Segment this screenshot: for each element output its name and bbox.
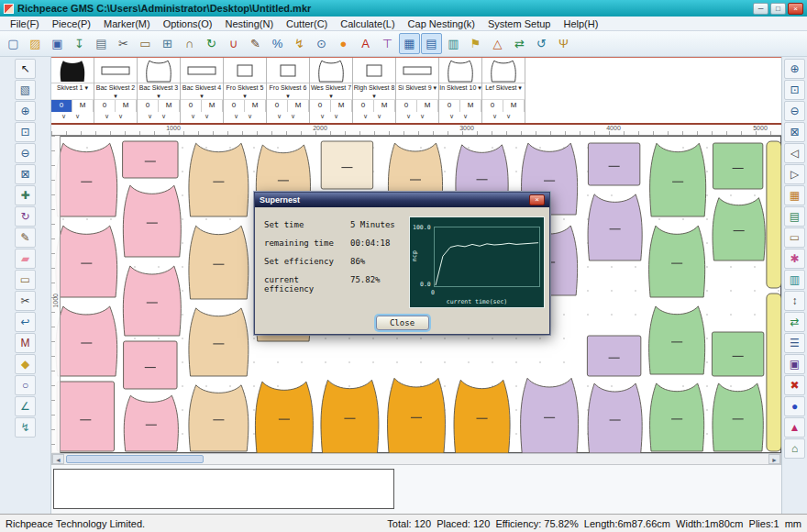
timer-clock-icon[interactable]: ⊙ <box>311 33 332 54</box>
ruler-icon[interactable]: ▭ <box>784 227 805 248</box>
zoom-out-icon[interactable]: ⊖ <box>784 101 805 121</box>
auto-nest-lightning-icon[interactable]: ↯ <box>289 33 310 54</box>
menu-system-setup[interactable]: System Setup <box>481 18 557 29</box>
rotate-piece-icon[interactable]: ↻ <box>15 206 36 227</box>
cut-icon[interactable]: ✂ <box>113 33 134 54</box>
measure-ruler-icon[interactable]: ▭ <box>135 33 156 54</box>
menu-calculate-l[interactable]: Calculate(L) <box>334 18 401 29</box>
prev-page-icon[interactable]: ◁ <box>784 143 805 163</box>
arrow-up-icon[interactable]: ▲ <box>784 417 805 438</box>
spiral-tool-icon[interactable]: ↯ <box>15 417 36 438</box>
save-file-icon[interactable]: ▣ <box>47 33 68 54</box>
piece-item-4[interactable]: Bac Skivest 4 ▾0M∨ ∨ <box>181 58 224 123</box>
piece-item-9[interactable]: Si Skivest 9 ▾0M∨ ∨ <box>396 58 439 123</box>
measure-icon[interactable]: ▭ <box>15 270 36 290</box>
piece-quantity[interactable]: 0M <box>267 100 309 112</box>
blue-dot-icon[interactable]: ● <box>784 396 805 416</box>
zoom-fit-icon[interactable]: ⊠ <box>15 164 36 184</box>
piece-item-3[interactable]: Bac Skivest 3 ▾0M∨ ∨ <box>138 58 181 123</box>
piece-item-6[interactable]: Fro Skivest 6 ▾0M∨ ∨ <box>267 58 310 123</box>
swap-icon[interactable]: ⇄ <box>784 312 805 332</box>
piece-quantity[interactable]: 0M <box>353 100 395 112</box>
menu-nesting-n[interactable]: Nesting(N) <box>218 18 280 29</box>
maximize-button[interactable]: □ <box>770 3 786 15</box>
hook-icon[interactable]: ↩ <box>15 312 36 332</box>
scroll-left-icon[interactable]: ◄ <box>52 454 64 464</box>
pan-icon[interactable]: ✚ <box>15 185 36 205</box>
text-label-a-icon[interactable]: A <box>355 33 376 54</box>
zoom-window-icon[interactable]: ⊡ <box>15 122 36 142</box>
color-pieces-icon[interactable]: ▦ <box>784 185 805 205</box>
piece-item-7[interactable]: Wes Skivest 7 ▾0M∨ ∨ <box>310 58 353 123</box>
trophy-icon[interactable]: Ψ <box>553 33 574 54</box>
list-icon[interactable]: ☰ <box>784 333 805 353</box>
eraser-icon[interactable]: ▰ <box>15 249 36 269</box>
circle-tool-icon[interactable]: ○ <box>15 375 36 395</box>
print-icon[interactable]: ▤ <box>91 33 112 54</box>
menu-piece-p[interactable]: Piece(P) <box>46 18 97 29</box>
move-vertical-icon[interactable]: ↕ <box>784 291 805 311</box>
horizontal-scrollbar[interactable]: ◄ ► <box>51 453 781 465</box>
menu-marker-m[interactable]: Marker(M) <box>97 18 157 29</box>
swap-arrows-icon[interactable]: ⇄ <box>509 33 530 54</box>
magnet-icon[interactable]: ∪ <box>223 33 244 54</box>
home-icon[interactable]: ⌂ <box>784 438 805 459</box>
zoom-out-icon[interactable]: ⊖ <box>15 143 36 163</box>
dialog-titlebar[interactable]: Supernest × <box>255 193 549 207</box>
refresh-nest-icon[interactable]: ↻ <box>201 33 222 54</box>
scrollbar-thumb[interactable] <box>66 455 204 463</box>
import-file-icon[interactable]: ↧ <box>69 33 90 54</box>
piece-quantity[interactable]: 0M <box>439 100 481 112</box>
flower-icon[interactable]: ✱ <box>784 249 805 269</box>
piece-quantity[interactable]: 0M <box>138 100 180 112</box>
piece-quantity[interactable]: 0M <box>224 100 266 112</box>
flag-icon[interactable]: ⚑ <box>465 33 486 54</box>
pen-draw-icon[interactable]: ✎ <box>245 33 266 54</box>
open-file-icon[interactable]: ▨ <box>25 33 46 54</box>
zoom-in-icon[interactable]: ⊕ <box>784 59 805 79</box>
menu-cutter-c[interactable]: Cutter(C) <box>280 18 334 29</box>
piece-quantity[interactable]: 0M <box>181 100 223 112</box>
hanger-icon[interactable]: ∩ <box>179 33 200 54</box>
pencil-icon[interactable]: ✎ <box>15 227 36 248</box>
marker-ball-icon[interactable]: ● <box>333 33 354 54</box>
piece-quantity[interactable]: 0M <box>310 100 352 112</box>
delete-icon[interactable]: ✖ <box>784 375 805 395</box>
piece-grid-icon[interactable]: ⊞ <box>157 33 178 54</box>
piece-item-5[interactable]: Fro Skivest 5 ▾0M∨ ∨ <box>224 58 267 123</box>
scroll-right-icon[interactable]: ► <box>768 454 780 464</box>
scissors-icon[interactable]: ✂ <box>15 291 36 311</box>
close-button[interactable]: × <box>788 3 803 15</box>
menu-help-h[interactable]: Help(H) <box>557 18 604 29</box>
minimize-button[interactable]: ─ <box>753 3 768 15</box>
piece-quantity[interactable]: 0M <box>396 100 438 112</box>
table-view-icon[interactable]: ▦ <box>399 33 420 54</box>
dialog-close-icon[interactable]: × <box>529 194 545 205</box>
piece-item-1[interactable]: Skivest 1 ▾0M∨ ∨ <box>51 58 94 123</box>
triangle-tool-icon[interactable]: △ <box>487 33 508 54</box>
angle-tool-icon[interactable]: ∠ <box>15 396 36 416</box>
piece-quantity[interactable]: 0M <box>51 100 94 112</box>
zoom-window-icon[interactable]: ⊡ <box>784 80 805 100</box>
efficiency-percent-icon[interactable]: % <box>267 33 288 54</box>
close-button[interactable]: Close <box>376 316 429 330</box>
new-document-icon[interactable]: ▢ <box>3 33 24 54</box>
piece-item-8[interactable]: Righ Skivest 8 ▾0M∨ ∨ <box>353 58 396 123</box>
piece-item-10[interactable]: In Skivest 10 ▾0M∨ ∨ <box>439 58 482 123</box>
piece-quantity[interactable]: 0M <box>94 100 137 112</box>
report-chart-icon[interactable]: ▥ <box>443 33 464 54</box>
pin-icon[interactable]: ⊤ <box>377 33 398 54</box>
titlebar[interactable]: Richpeace GMS C:\Users\Administrator\Des… <box>0 0 807 17</box>
diamond-icon[interactable]: ◆ <box>15 354 36 374</box>
menu-cap-nesting-k[interactable]: Cap Nesting(k) <box>402 18 481 29</box>
box-select-icon[interactable]: ▧ <box>15 80 36 100</box>
stats-icon[interactable]: ▥ <box>784 270 805 290</box>
fabric-icon[interactable]: ▤ <box>784 206 805 227</box>
zoom-in-icon[interactable]: ⊕ <box>15 101 36 121</box>
snapshot-icon[interactable]: ▣ <box>784 354 805 374</box>
piece-item-partial[interactable]: Lef Skivest ▾0M∨ ∨ <box>482 58 525 123</box>
pointer-icon[interactable]: ↖ <box>15 59 36 79</box>
rotate-arrows-icon[interactable]: ↺ <box>531 33 552 54</box>
message-log[interactable] <box>53 469 394 509</box>
next-page-icon[interactable]: ▷ <box>784 164 805 184</box>
